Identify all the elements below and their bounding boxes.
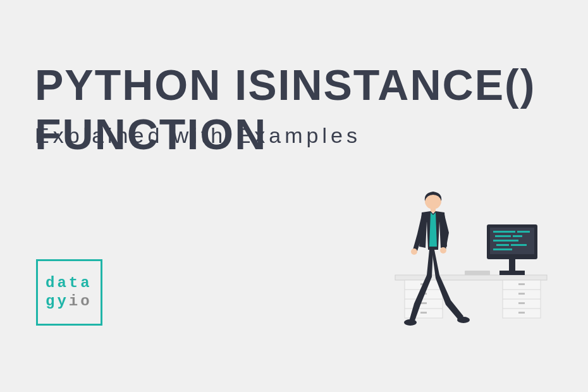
logo: data gyio: [36, 259, 102, 326]
svg-rect-13: [518, 283, 525, 285]
page-subtitle: Explained with Examples: [35, 123, 361, 148]
person-computer-illustration: [383, 190, 553, 329]
svg-rect-31: [431, 207, 436, 212]
logo-gy: gy: [46, 293, 69, 310]
svg-rect-29: [465, 271, 490, 275]
svg-rect-19: [493, 231, 515, 233]
svg-rect-22: [513, 235, 522, 237]
svg-rect-24: [496, 244, 509, 246]
svg-rect-7: [420, 302, 427, 304]
svg-rect-20: [517, 231, 530, 233]
svg-rect-14: [518, 293, 525, 295]
svg-point-32: [411, 248, 417, 255]
logo-io: io: [69, 293, 92, 310]
logo-line1: data: [46, 274, 101, 293]
svg-rect-23: [493, 240, 518, 242]
svg-rect-16: [518, 312, 525, 314]
svg-rect-25: [511, 244, 527, 246]
svg-point-35: [457, 317, 470, 323]
svg-rect-0: [395, 275, 547, 280]
svg-rect-21: [495, 235, 511, 237]
logo-line2: gyio: [46, 293, 101, 311]
svg-rect-27: [509, 259, 515, 272]
svg-rect-8: [420, 312, 427, 314]
svg-rect-15: [518, 302, 525, 304]
svg-rect-28: [499, 271, 525, 275]
svg-point-34: [404, 319, 417, 326]
svg-point-33: [440, 247, 446, 254]
svg-rect-26: [493, 248, 512, 250]
